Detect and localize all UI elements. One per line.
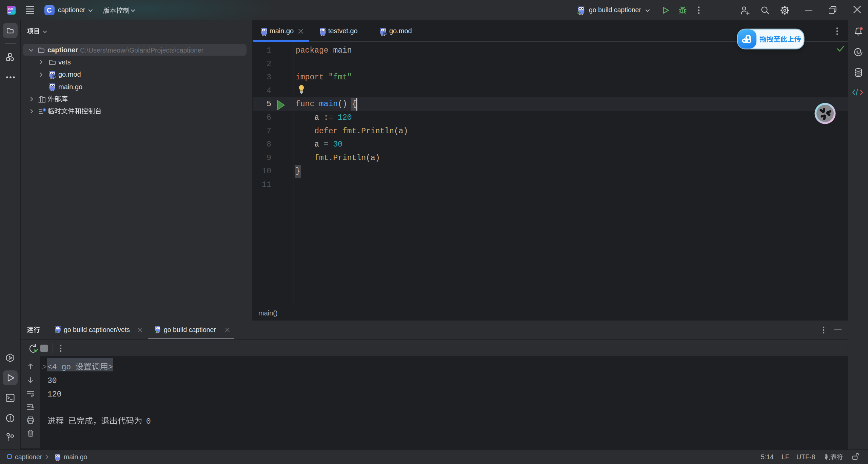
svg-text:GO: GO <box>8 7 13 11</box>
